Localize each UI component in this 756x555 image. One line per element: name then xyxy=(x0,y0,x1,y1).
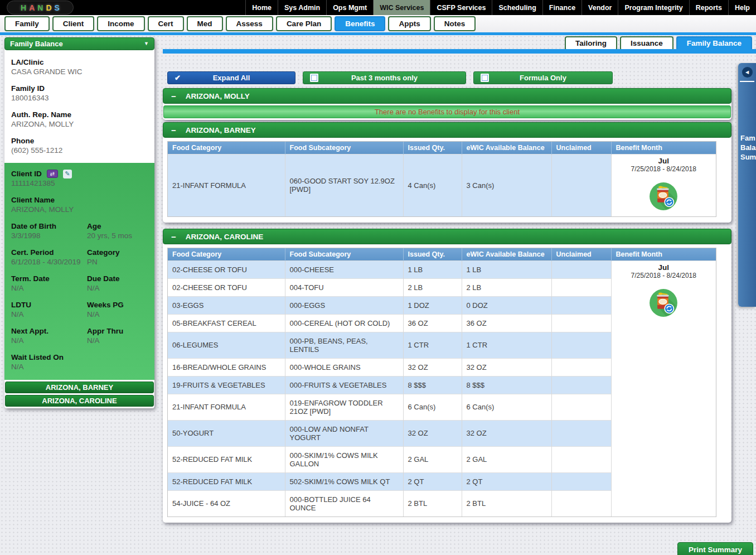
formula-package-icon[interactable] xyxy=(649,182,678,211)
module-tab[interactable]: Benefits xyxy=(335,16,385,31)
chevron-down-icon: ▼ xyxy=(144,41,149,46)
top-nav-item[interactable]: Scheduling xyxy=(492,0,542,15)
top-nav-item[interactable]: Sys Admin xyxy=(278,0,326,15)
benefit-month-range: 7/25/2018 - 8/24/2018 xyxy=(612,272,716,279)
column-header: Food Category xyxy=(168,248,285,260)
cell-issued-qty: 1 LB xyxy=(403,260,462,278)
module-tab[interactable]: Cert xyxy=(148,16,184,31)
family-balance-summary-panel[interactable]: ◀ FamBalaSum xyxy=(738,63,756,307)
cell-issued-qty: 4 Can(s) xyxy=(403,154,462,216)
top-nav-item[interactable]: Vendor xyxy=(581,0,618,15)
cell-food-category: 02-CHEESE OR TOFU xyxy=(168,260,285,278)
module-tab[interactable]: Assess xyxy=(226,16,273,31)
top-nav-item[interactable]: Ops Mgmt xyxy=(326,0,373,15)
cell-ewic-balance: 3 Can(s) xyxy=(462,154,551,216)
hands-logo: HANDS xyxy=(7,1,74,15)
panel-expand-arrow-icon[interactable]: ◀ xyxy=(742,67,753,78)
sidebar-view-select[interactable]: Family Balance ▼ xyxy=(4,37,154,50)
field-label: Phone xyxy=(11,136,148,146)
switch-client-icon[interactable]: ⇄ xyxy=(47,170,58,178)
field-label: LA/Clinic xyxy=(11,57,148,67)
top-nav-item[interactable]: Help xyxy=(728,0,756,15)
column-header: Food Category xyxy=(168,142,285,154)
info-field: Next Appt. N/A xyxy=(11,326,87,345)
module-tab[interactable]: Appts xyxy=(388,16,430,31)
field-label: Due Date xyxy=(87,274,146,283)
cell-food-subcategory: 000-FRUITS & VEGETABLES xyxy=(285,376,403,394)
benefits-table: Food Category Food Subcategory Issued Qt… xyxy=(167,248,716,517)
column-header: eWIC Available Balance xyxy=(462,248,551,260)
client-name-value: ARIZONA, MOLLY xyxy=(11,205,148,214)
benefit-row: 19-FRUITS & VEGETABLES 000-FRUITS & VEGE… xyxy=(168,376,611,394)
checkbox-unchecked-icon[interactable] xyxy=(310,74,318,82)
cell-ewic-balance: 1 LB xyxy=(462,260,551,278)
past-3-months-toggle[interactable]: Past 3 months only xyxy=(303,71,466,84)
info-field: Age 20 yrs, 5 mos xyxy=(87,221,148,240)
collapse-icon: − xyxy=(171,126,176,134)
module-tab[interactable]: Family xyxy=(4,16,50,31)
edit-client-icon[interactable]: ✎ xyxy=(63,170,72,178)
top-nav-item[interactable]: Program Integrity xyxy=(618,0,689,15)
module-tab[interactable]: Notes xyxy=(434,16,476,31)
column-header: Benefit Month xyxy=(612,142,716,154)
benefit-month-range: 7/25/2018 - 8/24/2018 xyxy=(612,165,716,173)
panel-divider xyxy=(740,81,754,82)
module-tab[interactable]: Med xyxy=(187,16,223,31)
family-member-button[interactable]: ARIZONA, BARNEY xyxy=(5,382,154,393)
wait-listed-label: Wait Listed On xyxy=(11,353,148,362)
checkbox-unchecked-icon[interactable] xyxy=(481,74,489,82)
field-value: CASA GRANDE WIC xyxy=(11,67,148,76)
family-member-buttons: ARIZONA, BARNEY ARIZONA, CAROLINE xyxy=(4,380,154,408)
info-field: Phone (602) 555-1212 xyxy=(11,136,148,155)
module-tab[interactable]: Care Plan xyxy=(276,16,332,31)
panel-title-clipped: FamBalaSum xyxy=(738,133,756,162)
cell-issued-qty: 2 QT xyxy=(403,472,462,490)
client-section-header[interactable]: − ARIZONA, MOLLY xyxy=(163,88,731,104)
formula-only-toggle[interactable]: Formula Only xyxy=(473,71,613,84)
benefit-row: 50-YOGURT 000-LOW AND NONFAT YOGURT 32 O… xyxy=(168,420,611,446)
formula-package-icon[interactable] xyxy=(649,288,678,317)
benefit-row: 21-INFANT FORMULA 019-ENFAGROW TODDLER 2… xyxy=(168,394,611,420)
cell-unclaimed xyxy=(551,314,611,332)
cell-food-subcategory: 502-SKIM/1% COWS MILK QT xyxy=(285,472,403,490)
family-member-button[interactable]: ARIZONA, CAROLINE xyxy=(5,395,154,407)
expand-all-button[interactable]: ✔ Expand All xyxy=(167,71,295,84)
cell-ewic-balance: 1 CTR xyxy=(462,332,551,358)
cell-ewic-balance: 2 LB xyxy=(462,278,551,296)
module-tab[interactable]: Client xyxy=(52,16,95,31)
cell-issued-qty: 1 DOZ xyxy=(403,296,462,314)
client-section-header[interactable]: − ARIZONA, CAROLINE xyxy=(163,229,731,244)
family-balance-sidebar: Family Balance ▼ LA/Clinic CASA GRANDE W… xyxy=(4,37,154,408)
cell-food-subcategory: 000-BOTTLED JUICE 64 OUNCE xyxy=(285,490,403,517)
cell-unclaimed xyxy=(551,490,611,517)
benefit-row: 16-BREAD/WHOLE GRAINS 000-WHOLE GRAINS 3… xyxy=(168,358,611,376)
field-label: Age xyxy=(87,221,146,231)
field-label: Appr Thru xyxy=(87,326,146,336)
top-nav-item[interactable]: WIC Services xyxy=(373,0,430,15)
client-benefits-card-barney: − ARIZONA, BARNEY Food Category Food Sub… xyxy=(163,122,731,223)
print-summary-button[interactable]: Print Summary xyxy=(677,542,753,555)
module-tab-strip: Family Client Income Cert Med Assess Car… xyxy=(0,15,756,32)
sidebar-view-label: Family Balance xyxy=(10,40,63,48)
client-id-value: 11111421385 xyxy=(11,178,148,188)
info-field: Weeks PG N/A xyxy=(87,300,148,319)
top-nav-item[interactable]: Reports xyxy=(689,0,728,15)
top-nav-item[interactable]: Finance xyxy=(542,0,581,15)
column-header: Food Subcategory xyxy=(285,142,403,154)
client-detail-grid: Date of Birth 3/3/1998 Age 20 yrs, 5 mos… xyxy=(11,221,148,353)
top-nav-item[interactable]: Home xyxy=(245,0,278,15)
client-section-header[interactable]: − ARIZONA, BARNEY xyxy=(163,122,731,138)
cell-food-category: 54-JUICE - 64 OZ xyxy=(168,490,285,517)
benefit-row: 52-REDUCED FAT MILK 502-SKIM/1% COWS MIL… xyxy=(168,472,611,490)
benefit-row: 21-INFANT FORMULA 060-GOOD START SOY 12.… xyxy=(168,154,611,216)
cell-issued-qty: 2 GAL xyxy=(403,446,462,472)
top-nav-item[interactable]: CSFP Services xyxy=(430,0,492,15)
field-value: (602) 555-1212 xyxy=(11,146,148,155)
benefits-table: Food Category Food Subcategory Issued Qt… xyxy=(167,141,716,217)
module-tab[interactable]: Income xyxy=(97,16,144,31)
cell-food-category: 02-CHEESE OR TOFU xyxy=(168,278,285,296)
module-tabs: Family Client Income Cert Med Assess Car… xyxy=(4,16,476,31)
benefit-row: 06-LEGUMES 000-PB, BEANS, PEAS, LENTILS … xyxy=(168,332,611,358)
cell-food-subcategory: 000-CEREAL (HOT OR COLD) xyxy=(285,314,403,332)
cell-unclaimed xyxy=(551,260,611,278)
